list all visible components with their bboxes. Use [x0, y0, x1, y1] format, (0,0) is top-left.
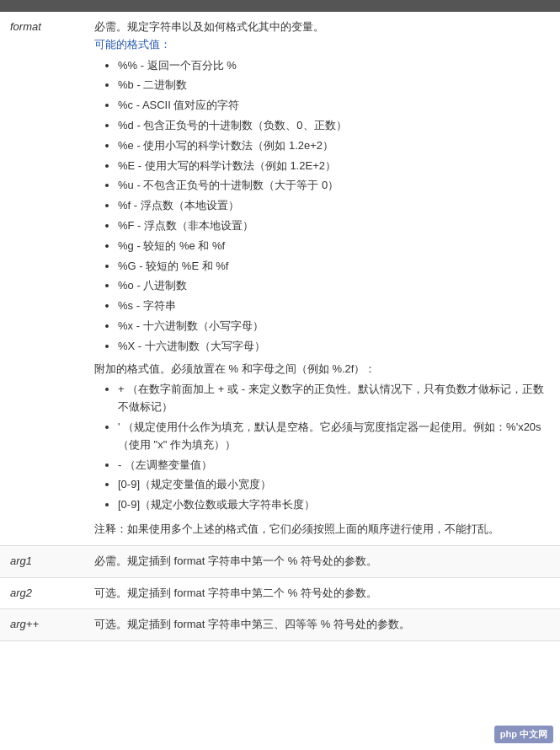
table-row: arg2可选。规定插到 format 字符串中第二个 % 符号处的参数。	[0, 577, 560, 609]
list-item: [0-9]（规定小数位数或最大字符串长度）	[118, 496, 550, 514]
col-header-param	[0, 0, 84, 12]
additional-label: 附加的格式值。必须放置在 % 和字母之间（例如 %.2f）：	[94, 361, 550, 378]
list-item: %o - 八进制数	[118, 277, 550, 295]
list-item: %e - 使用小写的科学计数法（例如 1.2e+2）	[118, 137, 550, 155]
format-values-label: 可能的格式值：	[94, 36, 550, 54]
additional-values-list: + （在数字前面加上 + 或 - 来定义数字的正负性。默认情况下，只有负数才做标…	[94, 381, 550, 514]
col-header-desc	[84, 0, 560, 12]
list-item: %f - 浮点数（本地设置）	[118, 197, 550, 215]
list-item: [0-9]（规定变量值的最小宽度）	[118, 476, 550, 494]
format-intro: 必需。规定字符串以及如何格式化其中的变量。	[94, 19, 550, 36]
table-row: arg++可选。规定插到 format 字符串中第三、四等等 % 符号处的参数。	[0, 609, 560, 641]
list-item: %E - 使用大写的科学计数法（例如 1.2E+2）	[118, 158, 550, 175]
list-item: %F - 浮点数（非本地设置）	[118, 217, 550, 235]
list-item: %G - 较短的 %E 和 %f	[118, 258, 550, 276]
desc-format: 必需。规定字符串以及如何格式化其中的变量。可能的格式值：%% - 返回一个百分比…	[84, 12, 560, 545]
desc-arg1: 必需。规定插到 format 字符串中第一个 % 符号处的参数。	[84, 545, 560, 577]
table-row: arg1必需。规定插到 format 字符串中第一个 % 符号处的参数。	[0, 545, 560, 577]
list-item: %u - 不包含正负号的十进制数（大于等于 0）	[118, 177, 550, 195]
list-item: %% - 返回一个百分比 %	[118, 57, 550, 75]
list-item: %d - 包含正负号的十进制数（负数、0、正数）	[118, 117, 550, 135]
desc-arg2: 可选。规定插到 format 字符串中第二个 % 符号处的参数。	[84, 577, 560, 609]
list-item: %s - 字符串	[118, 297, 550, 315]
list-item: %x - 十六进制数（小写字母）	[118, 318, 550, 335]
param-arg1: arg1	[0, 545, 84, 577]
list-item: %b - 二进制数	[118, 77, 550, 94]
list-item: ' （规定使用什么作为填充，默认是空格。它必须与宽度指定器一起使用。例如：%'x…	[118, 419, 550, 454]
list-item: %g - 较短的 %e 和 %f	[118, 238, 550, 255]
format-values-list: %% - 返回一个百分比 %%b - 二进制数%c - ASCII 值对应的字符…	[94, 57, 550, 356]
list-item: %c - ASCII 值对应的字符	[118, 97, 550, 115]
table-row: format必需。规定字符串以及如何格式化其中的变量。可能的格式值：%% - 返…	[0, 12, 560, 545]
list-item: - （左调整变量值）	[118, 457, 550, 474]
list-item: + （在数字前面加上 + 或 - 来定义数字的正负性。默认情况下，只有负数才做标…	[118, 381, 550, 416]
param-arg++: arg++	[0, 609, 84, 641]
desc-arg++: 可选。规定插到 format 字符串中第三、四等等 % 符号处的参数。	[84, 609, 560, 641]
format-note: 注释：如果使用多个上述的格式值，它们必须按照上面的顺序进行使用，不能打乱。	[94, 521, 550, 538]
list-item: %X - 十六进制数（大写字母）	[118, 338, 550, 356]
param-arg2: arg2	[0, 577, 84, 609]
param-format: format	[0, 12, 84, 545]
